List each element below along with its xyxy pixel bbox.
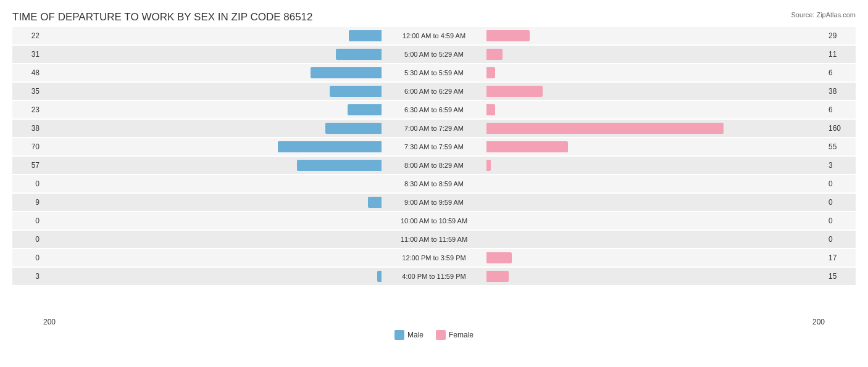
bars-wrapper: 5:00 AM to 5:29 AM [43,46,825,63]
bars-wrapper: 11:00 AM to 11:59 AM [43,231,825,248]
female-bar [486,86,543,97]
female-value: 6 [825,105,856,114]
male-bar [377,271,382,282]
female-bar [486,123,724,134]
female-bar [486,160,491,171]
female-bar [486,104,495,115]
chart-row: 34:00 PM to 11:59 PM15 [12,268,856,285]
female-color-swatch [436,330,446,340]
female-bar [486,67,495,78]
male-bar-container [325,123,434,134]
female-bar-container [434,30,530,41]
chart-area: 2212:00 AM to 4:59 AM29315:00 AM to 5:29… [12,27,856,315]
chart-row: 485:30 AM to 5:59 AM6 [12,64,856,81]
female-bar [486,30,530,41]
female-bar [486,141,568,152]
chart-row: 012:00 PM to 3:59 PM17 [12,249,856,266]
female-value: 15 [825,272,856,281]
male-bar-container [278,141,434,152]
chart-title: TIME OF DEPARTURE TO WORK BY SEX IN ZIP … [12,11,856,23]
male-color-swatch [394,330,404,340]
male-value: 35 [12,87,43,96]
female-bar-container [434,104,495,115]
male-value: 38 [12,124,43,133]
male-bar-container [311,67,434,78]
chart-row: 2212:00 AM to 4:59 AM29 [12,27,856,44]
male-bar-container [382,252,434,263]
female-bar-container [434,49,503,60]
male-bar [368,197,382,208]
chart-row: 387:00 AM to 7:29 AM160 [12,120,856,137]
bars-wrapper: 6:00 AM to 6:29 AM [43,83,825,100]
female-value: 11 [825,50,856,59]
chart-row: 707:30 AM to 7:59 AM55 [12,138,856,155]
female-value: 0 [825,235,856,244]
bars-wrapper: 12:00 PM to 3:59 PM [43,249,825,266]
male-bar [278,141,382,152]
female-bar-container [434,234,486,245]
chart-container: TIME OF DEPARTURE TO WORK BY SEX IN ZIP … [0,0,868,367]
source-label: Source: ZipAtlas.com [791,11,856,19]
female-bar-container [434,178,486,189]
bars-wrapper: 4:00 PM to 11:59 PM [43,268,825,285]
bars-wrapper: 8:30 AM to 8:59 AM [43,175,825,192]
chart-row: 236:30 AM to 6:59 AM6 [12,101,856,118]
bars-wrapper: 12:00 AM to 4:59 AM [43,27,825,44]
chart-row: 011:00 AM to 11:59 AM0 [12,231,856,248]
male-bar-container [349,30,434,41]
male-value: 9 [12,198,43,207]
chart-row: 08:30 AM to 8:59 AM0 [12,175,856,192]
female-bar-container [434,215,486,226]
male-value: 0 [12,179,43,188]
male-value: 70 [12,142,43,151]
male-value: 23 [12,105,43,114]
bars-wrapper: 7:00 AM to 7:29 AM [43,120,825,137]
bars-wrapper: 7:30 AM to 7:59 AM [43,138,825,155]
male-value: 48 [12,68,43,77]
axis-left: 200 [43,318,56,326]
male-bar-container [336,49,434,60]
male-bar-container [377,271,434,282]
female-value: 0 [825,216,856,225]
male-value: 3 [12,272,43,281]
female-bar-container [434,67,495,78]
female-value: 6 [825,68,856,77]
female-bar-container [434,141,568,152]
chart-row: 356:00 AM to 6:29 AM38 [12,83,856,100]
axis-labels: 200 200 [12,318,856,326]
male-bar-container [382,215,434,226]
female-value: 0 [825,198,856,207]
chart-row: 578:00 AM to 8:29 AM3 [12,157,856,174]
female-bar-container [434,271,509,282]
axis-right: 200 [812,318,825,326]
female-value: 160 [825,124,856,133]
female-bar [486,271,509,282]
bars-wrapper: 6:30 AM to 6:59 AM [43,101,825,118]
legend-male: Male [394,330,424,340]
chart-row: 010:00 AM to 10:59 AM0 [12,212,856,229]
chart-row: 99:00 AM to 9:59 AM0 [12,194,856,211]
male-bar-container [297,160,434,171]
female-value: 3 [825,161,856,170]
female-value: 38 [825,87,856,96]
male-value: 0 [12,235,43,244]
female-bar-container [434,86,543,97]
male-bar [348,104,382,115]
male-bar [349,30,382,41]
female-value: 17 [825,254,856,262]
female-label: Female [449,331,474,339]
male-label: Male [407,331,424,339]
female-bar [486,252,512,263]
male-bar [311,67,382,78]
male-bar-container [348,104,434,115]
male-value: 0 [12,216,43,225]
female-value: 0 [825,179,856,188]
male-bar-container [368,197,434,208]
female-bar [486,49,503,60]
female-bar-container [434,197,486,208]
legend: Male Female [12,330,856,340]
male-value: 57 [12,161,43,170]
male-bar [325,123,382,134]
female-bar-container [434,252,512,263]
female-bar-container [434,123,724,134]
